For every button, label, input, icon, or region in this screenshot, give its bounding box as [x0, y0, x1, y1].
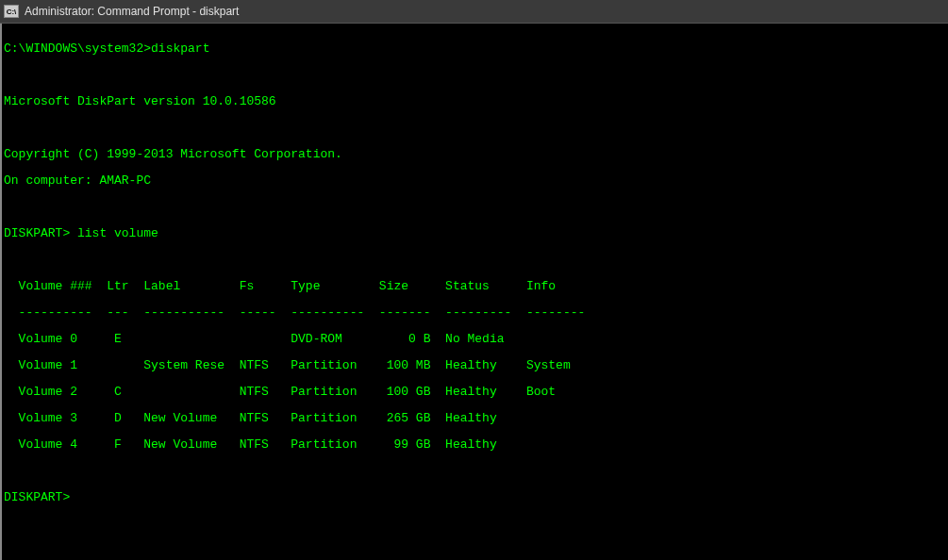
table-separator: ---------- --- ----------- ----- -------…: [4, 306, 948, 320]
window-titlebar[interactable]: C:\ Administrator: Command Prompt - disk…: [0, 0, 948, 24]
cmd-icon: C:\: [4, 5, 19, 18]
terminal-output[interactable]: C:\WINDOWS\system32>diskpart Microsoft D…: [0, 24, 948, 560]
volume-row: Volume 2 C NTFS Partition 100 GB Healthy…: [4, 386, 948, 399]
prompt-line: C:\WINDOWS\system32>diskpart: [4, 42, 948, 56]
version-line: Microsoft DiskPart version 10.0.10586: [4, 95, 948, 108]
diskpart-prompt-line: DISKPART>: [4, 491, 948, 504]
volume-row: Volume 4 F New Volume NTFS Partition 99 …: [4, 438, 948, 452]
table-header: Volume ### Ltr Label Fs Type Size Status…: [4, 280, 948, 293]
diskpart-prompt-line: DISKPART> list volume: [4, 227, 948, 240]
copyright-line: Copyright (C) 1999-2013 Microsoft Corpor…: [4, 148, 948, 161]
blank-line: [4, 69, 948, 82]
blank-line: [4, 201, 948, 214]
blank-line: [4, 465, 948, 478]
volume-row: Volume 0 E DVD-ROM 0 B No Media: [4, 333, 948, 346]
blank-line: [4, 254, 948, 267]
computer-line: On computer: AMAR-PC: [4, 174, 948, 188]
blank-line: [4, 122, 948, 135]
volume-row: Volume 3 D New Volume NTFS Partition 265…: [4, 412, 948, 425]
cmd-icon-text: C:\: [7, 8, 17, 16]
volume-row: Volume 1 System Rese NTFS Partition 100 …: [4, 359, 948, 372]
window-title: Administrator: Command Prompt - diskpart: [25, 5, 239, 18]
